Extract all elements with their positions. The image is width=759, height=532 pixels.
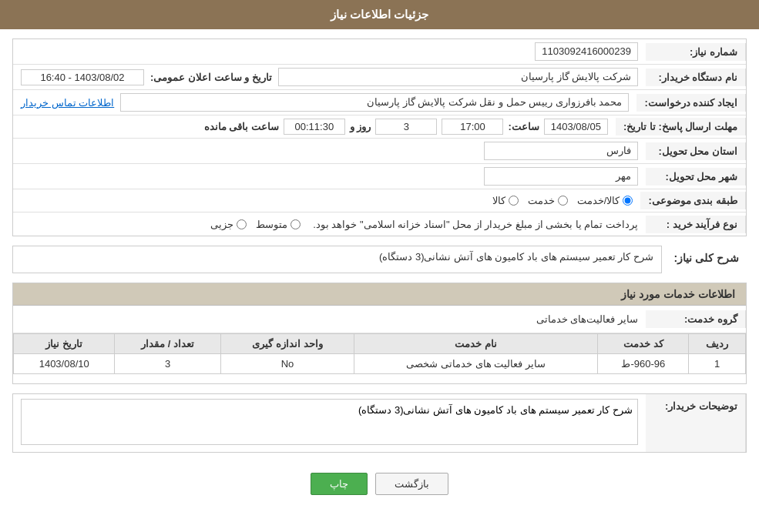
deadline-time-label: ساعت: [508, 121, 539, 132]
creator-value: محمد بافرزواری رییس حمل و نقل شرکت پالای… [120, 93, 629, 112]
city-row: شهر محل تحویل: مهر [13, 164, 746, 189]
process-radio-group: متوسط جزیی [210, 219, 301, 230]
deadline-days-label: روز و [350, 121, 371, 132]
creator-row: ایجاد کننده درخواست: محمد بافرزواری رییس… [13, 90, 746, 115]
province-label: استان محل تحویل: [646, 142, 746, 160]
need-number-row: شماره نیاز: 1103092416000239 [13, 39, 746, 65]
col-header-unit: واحد اندازه گیری [220, 334, 354, 354]
buyer-desc-section: توضیحات خریدار: [12, 393, 747, 453]
buttons-row: بازگشت چاپ [12, 462, 747, 506]
services-table-section: ردیف کد خدمت نام خدمت واحد اندازه گیری ت… [13, 333, 746, 374]
city-value: مهر [484, 167, 638, 186]
category-label: طبقه بندی موضوعی: [640, 192, 746, 209]
need-desc-value: شرح کار تعمیر سیستم های باد کامیون های آ… [12, 246, 662, 273]
table-cell-unit: No [220, 354, 354, 374]
buyer-desc-content [13, 394, 646, 452]
table-cell-row: 1 [689, 354, 746, 374]
deadline-row: مهلت ارسال پاسخ: تا تاریخ: 1403/08/05 سا… [13, 115, 746, 139]
table-row: 1960-96-طسایر فعالیت های خدماتی شخصیNo31… [14, 354, 746, 374]
category-row: طبقه بندی موضوعی: کالا/خدمت خدمت [13, 189, 746, 212]
col-header-name: نام خدمت [354, 334, 598, 354]
service-group-label: گروه خدمت: [646, 310, 746, 328]
deadline-value-cell: 1403/08/05 ساعت: 17:00 3 روز و 00:11:30 … [13, 115, 616, 138]
services-info-section: اطلاعات خدمات مورد نیاز گروه خدمت: سایر … [12, 283, 747, 384]
print-button[interactable]: چاپ [311, 473, 368, 495]
category-radio-kala-khadamat[interactable]: کالا/خدمت [577, 195, 633, 206]
col-header-quantity: تعداد / مقدار [115, 334, 220, 354]
process-radio-jozi[interactable]: جزیی [210, 219, 247, 230]
col-header-code: کد خدمت [598, 334, 689, 354]
deadline-remaining-label: ساعت باقی مانده [204, 121, 279, 132]
deadline-remaining: 00:11:30 [284, 119, 345, 135]
buyer-value-cell: شرکت پالایش گاز پارسیان تاریخ و ساعت اعل… [13, 65, 646, 89]
table-cell-date: 1403/08/10 [14, 354, 115, 374]
process-option-motavasset: متوسط [256, 219, 287, 230]
need-number-value: 1103092416000239 [535, 42, 638, 61]
process-value-cell: پرداخت تمام یا بخشی از مبلغ خریدار از مح… [13, 216, 646, 233]
col-header-row: ردیف [689, 334, 746, 354]
province-value-cell: فارس [13, 139, 646, 163]
buyer-label: نام دستگاه خریدار: [646, 69, 746, 86]
service-group-value: سایر فعالیت‌های خدماتی [529, 310, 646, 328]
main-info-section: شماره نیاز: 1103092416000239 نام دستگاه … [12, 38, 747, 236]
col-header-date: تاریخ نیاز [14, 334, 115, 354]
category-value-cell: کالا/خدمت خدمت کالا [13, 192, 640, 209]
need-desc-label: شرح کلی نیاز: [662, 246, 747, 273]
process-radio-motavasset[interactable]: متوسط [256, 219, 301, 230]
buyer-desc-textarea[interactable] [21, 399, 638, 445]
back-button[interactable]: بازگشت [375, 473, 448, 495]
city-value-cell: مهر [13, 164, 646, 189]
creator-label: ایجاد کننده درخواست: [636, 94, 746, 112]
deadline-date: 1403/08/05 [544, 119, 608, 135]
need-number-value-cell: 1103092416000239 [13, 39, 646, 64]
creator-value-cell: محمد بافرزواری رییس حمل و نقل شرکت پالای… [13, 90, 636, 115]
creator-contact-link[interactable]: اطلاعات تماس خریدار [21, 97, 114, 109]
process-row: نوع فرآیند خرید : پرداخت تمام یا بخشی از… [13, 212, 746, 236]
category-radio-kala[interactable]: کالا [492, 195, 519, 206]
category-radio-group: کالا/خدمت خدمت کالا [21, 195, 633, 206]
category-option-kala: کالا [492, 195, 505, 206]
table-cell-quantity: 3 [115, 354, 220, 374]
process-label: نوع فرآیند خرید : [646, 216, 746, 233]
service-group-row: گروه خدمت: سایر فعالیت‌های خدماتی [13, 306, 746, 333]
category-option-kala-khadamat: کالا/خدمت [577, 195, 620, 206]
buyer-desc-row: توضیحات خریدار: [13, 394, 746, 452]
category-option-khadamat: خدمت [528, 195, 555, 206]
buyer-value: شرکت پالایش گاز پارسیان [278, 68, 638, 86]
table-cell-code: 960-96-ط [598, 354, 689, 374]
deadline-label: مهلت ارسال پاسخ: تا تاریخ: [616, 118, 746, 136]
buyer-announce-row: نام دستگاه خریدار: شرکت پالایش گاز پارسی… [13, 65, 746, 90]
services-table: ردیف کد خدمت نام خدمت واحد اندازه گیری ت… [13, 333, 746, 374]
city-label: شهر محل تحویل: [646, 168, 746, 186]
province-row: استان محل تحویل: فارس [13, 139, 746, 164]
deadline-time: 17:00 [442, 119, 503, 135]
announce-label: تاریخ و ساعت اعلان عمومی: [150, 72, 272, 83]
announce-value: 1403/08/02 - 16:40 [21, 69, 144, 85]
category-radio-khadamat[interactable]: خدمت [528, 195, 568, 206]
process-description: پرداخت تمام یا بخشی از مبلغ خریدار از مح… [313, 219, 638, 230]
province-value: فارس [484, 142, 638, 160]
buyer-desc-label: توضیحات خریدار: [646, 394, 746, 452]
page-header: جزئیات اطلاعات نیاز [0, 0, 759, 29]
page-title: جزئیات اطلاعات نیاز [331, 8, 428, 21]
deadline-days: 3 [375, 119, 437, 135]
services-section-title: اطلاعات خدمات مورد نیاز [13, 283, 746, 306]
need-number-label: شماره نیاز: [646, 43, 746, 61]
need-desc-content: شرح کار تعمیر سیستم های باد کامیون های آ… [12, 246, 662, 273]
table-header-row: ردیف کد خدمت نام خدمت واحد اندازه گیری ت… [14, 334, 746, 354]
process-option-jozi: جزیی [210, 219, 233, 230]
table-cell-name: سایر فعالیت های خدماتی شخصی [354, 354, 598, 374]
need-desc-section: شرح کلی نیاز: شرح کار تعمیر سیستم های با… [12, 246, 747, 273]
